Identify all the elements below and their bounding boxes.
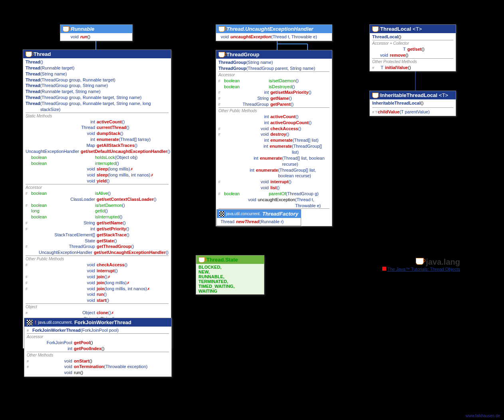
package-label: java.lang The Java™ Tutorials: Thread Ob…	[382, 258, 460, 271]
fjwt-box: !java.util.concurrent.ForkJoinWorkerThre…	[24, 318, 172, 377]
itl-box: InheritableThreadLocal<T> InheritableThr…	[369, 91, 456, 116]
class-icon	[218, 52, 225, 57]
bang-icon: !	[35, 319, 36, 325]
itl-header: InheritableThreadLocal<T>	[370, 91, 456, 99]
class-icon	[372, 93, 379, 98]
credit: www.falkhausen.de	[466, 414, 500, 418]
tf-header: java.util.concurrent.ThreadFactory	[217, 210, 301, 218]
runnable-box: Runnable voidrun()	[60, 24, 133, 41]
tl-header: ThreadLocal<T>	[370, 25, 456, 33]
runnable-header: Runnable	[60, 25, 132, 33]
ueh-box: Thread.UncaughtExceptionHandler voidunca…	[216, 24, 332, 41]
class-icon	[26, 52, 32, 57]
state-box: Thread.State BLOCKED,NEW,RUNNABLE,TERMIN…	[196, 255, 264, 295]
threadgroup-box: ThreadGroup ThreadGroup (String name)Thr…	[216, 50, 332, 226]
thread-box: Thread Thread ()Thread (Runnable target)…	[23, 50, 171, 349]
tutorial-link[interactable]: The Java™ Tutorials: Thread Objects	[387, 267, 460, 271]
runnable-title: Runnable	[71, 26, 94, 32]
package-icon	[27, 320, 32, 325]
thread-title: Thread	[34, 51, 51, 57]
class-icon	[372, 26, 379, 32]
enum-icon	[198, 257, 205, 263]
package-icon	[416, 258, 424, 265]
tg-title: ThreadGroup	[226, 52, 259, 57]
ueh-title: Thread.UncaughtExceptionHandler	[226, 26, 313, 32]
ueh-header: Thread.UncaughtExceptionHandler	[216, 25, 332, 33]
threadlocal-box: ThreadLocal<T> ThreadLocal() Accessor + …	[369, 24, 456, 71]
state-header: Thread.State	[196, 256, 264, 264]
tg-header: ThreadGroup	[216, 50, 332, 59]
thread-header: Thread	[23, 50, 171, 58]
package-icon	[219, 211, 224, 217]
interface-icon	[63, 26, 69, 32]
interface-icon	[218, 26, 225, 32]
threadfactory-box: java.util.concurrent.ThreadFactory Threa…	[216, 209, 301, 226]
fjwt-header: !java.util.concurrent.ForkJoinWorkerThre…	[24, 318, 171, 327]
link-icon	[382, 267, 386, 271]
